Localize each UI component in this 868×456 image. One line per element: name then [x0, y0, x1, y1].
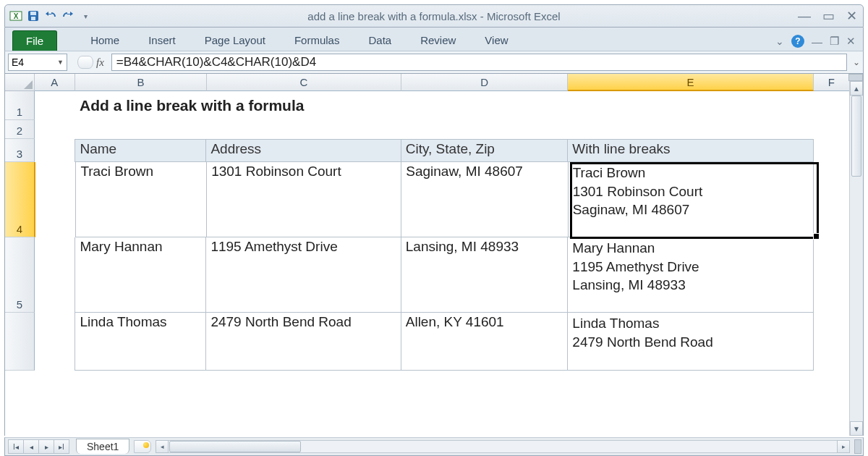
close-icon[interactable]: ✕	[846, 8, 857, 24]
cell-A4[interactable]	[35, 162, 76, 237]
cell-B5[interactable]: Mary Hannan	[75, 237, 206, 313]
cancel-formula-icon[interactable]	[77, 56, 93, 69]
help-icon[interactable]: ?	[791, 35, 804, 48]
workbook-restore-icon[interactable]: ❐	[830, 35, 839, 48]
name-box[interactable]: E4 ▼	[8, 54, 67, 71]
col-header-D[interactable]: D	[401, 74, 568, 91]
cell-D5[interactable]: Lansing, MI 48933	[401, 237, 569, 313]
file-tab[interactable]: File	[12, 30, 57, 51]
scroll-left-icon[interactable]: ◂	[156, 440, 169, 453]
cell-D4[interactable]: Saginaw, MI 48607	[401, 162, 568, 237]
cell-C3[interactable]: Address	[206, 139, 401, 162]
vertical-scroll-thumb[interactable]	[851, 96, 861, 177]
worksheet: A B C D E F 1 Add a line break with a fo…	[4, 74, 864, 436]
tab-view[interactable]: View	[470, 30, 522, 51]
cell-A6[interactable]	[35, 313, 75, 371]
formula-text: =B4&CHAR(10)&C4&CHAR(10)&D4	[116, 55, 316, 69]
cell-B1[interactable]: Add a line break with a formula	[75, 91, 819, 120]
svg-rect-3	[30, 12, 36, 15]
horizontal-scrollbar[interactable]: ◂ ▸	[156, 440, 850, 453]
minimize-icon[interactable]: ―	[798, 9, 811, 24]
undo-icon[interactable]	[44, 9, 57, 22]
sheet-nav-prev-icon[interactable]: ◂	[23, 439, 39, 454]
col-header-B[interactable]: B	[75, 74, 207, 91]
select-all-corner[interactable]	[5, 74, 35, 91]
tab-review[interactable]: Review	[406, 30, 470, 51]
ribbon-minimize-icon[interactable]: ⌄	[775, 35, 784, 47]
cell-C6[interactable]: 2479 North Bend Road	[206, 313, 401, 371]
cell-A2[interactable]	[35, 120, 75, 139]
cell-B2[interactable]	[75, 120, 819, 139]
qat-customize-icon[interactable]: ▾	[79, 9, 92, 22]
tab-home[interactable]: Home	[76, 30, 134, 51]
cell-C4[interactable]: 1301 Robinson Court	[207, 162, 401, 237]
scroll-up-icon[interactable]: ▲	[850, 81, 863, 96]
name-box-dropdown-icon[interactable]: ▼	[57, 59, 64, 66]
formula-bar[interactable]: =B4&CHAR(10)&C4&CHAR(10)&D4	[111, 54, 847, 71]
cell-E4[interactable]: Traci Brown 1301 Robinson Court Saginaw,…	[569, 162, 814, 237]
cell-D3[interactable]: City, State, Zip	[401, 139, 569, 162]
title-bar: X ▾ add a line break with a formula.xlsx…	[4, 4, 864, 28]
col-header-A[interactable]: A	[35, 74, 75, 91]
cell-B4[interactable]: Traci Brown	[75, 162, 207, 237]
cell-A1[interactable]	[35, 91, 75, 120]
cell-D6[interactable]: Allen, KY 41601	[401, 313, 569, 371]
formula-bar-row: E4 ▼ fx =B4&CHAR(10)&C4&CHAR(10)&D4 ⌄	[4, 51, 864, 74]
fx-icon[interactable]: fx	[96, 56, 104, 69]
scroll-right-icon[interactable]: ▸	[837, 440, 850, 453]
tab-formulas[interactable]: Formulas	[280, 30, 354, 51]
workbook-close-icon[interactable]: ✕	[846, 35, 856, 48]
sheet-tab-sheet1[interactable]: Sheet1	[76, 439, 129, 454]
svg-rect-4	[31, 17, 35, 20]
ribbon: File Home Insert Page Layout Formulas Da…	[4, 28, 864, 51]
save-icon[interactable]	[27, 9, 40, 22]
cell-A3[interactable]	[35, 139, 75, 162]
sheet-nav-last-icon[interactable]: ▸I	[54, 439, 69, 454]
cell-E3[interactable]: With line breaks	[568, 139, 814, 162]
redo-icon[interactable]	[61, 9, 75, 22]
cell-F3[interactable]	[814, 139, 850, 162]
cell-F4[interactable]	[814, 162, 850, 237]
svg-text:X: X	[14, 12, 19, 20]
vertical-scrollbar[interactable]: ▲ ▼	[849, 81, 863, 436]
row-header-6[interactable]	[5, 313, 35, 371]
excel-icon: X	[9, 9, 22, 22]
workbook-minimize-icon[interactable]: ―	[812, 35, 822, 48]
cell-E5[interactable]: Mary Hannan 1195 Amethyst Drive Lansing,…	[568, 237, 814, 313]
cell-B3[interactable]: Name	[75, 139, 206, 162]
row-header-5[interactable]: 5	[5, 237, 35, 313]
cell-A5[interactable]	[35, 237, 75, 313]
col-header-C[interactable]: C	[207, 74, 401, 91]
column-headers: A B C D E F	[5, 74, 850, 91]
cell-B6[interactable]: Linda Thomas	[75, 313, 206, 371]
sheet-bar: I◂ ◂ ▸ ▸I Sheet1 ◂ ▸	[4, 437, 864, 456]
horizontal-scroll-thumb[interactable]	[169, 441, 301, 452]
row-header-1[interactable]: 1	[5, 91, 35, 120]
cell-F6[interactable]	[814, 313, 850, 371]
col-header-F[interactable]: F	[814, 74, 850, 91]
cell-E6[interactable]: Linda Thomas 2479 North Bend Road	[568, 313, 814, 371]
row-header-3[interactable]: 3	[5, 139, 35, 162]
tab-page-layout[interactable]: Page Layout	[190, 30, 280, 51]
cell-C5[interactable]: 1195 Amethyst Drive	[206, 237, 401, 313]
horizontal-split-handle[interactable]	[854, 439, 861, 454]
name-box-value: E4	[12, 56, 24, 68]
cell-F5[interactable]	[814, 237, 850, 313]
tab-insert[interactable]: Insert	[134, 30, 190, 51]
sheet-nav-next-icon[interactable]: ▸	[38, 439, 54, 454]
scroll-down-icon[interactable]: ▼	[850, 421, 863, 436]
window-title: add a line break with a formula.xlsx - M…	[5, 10, 863, 22]
vertical-split-handle[interactable]	[848, 74, 863, 81]
row-header-2[interactable]: 2	[5, 120, 35, 139]
formula-bar-expand-icon[interactable]: ⌄	[850, 57, 863, 67]
sheet-nav-first-icon[interactable]: I◂	[8, 439, 24, 454]
new-sheet-icon[interactable]	[134, 440, 151, 453]
col-header-E[interactable]: E	[568, 74, 813, 91]
maximize-icon[interactable]: ▭	[822, 8, 835, 24]
tab-data[interactable]: Data	[354, 30, 406, 51]
row-header-4[interactable]: 4	[5, 162, 35, 237]
